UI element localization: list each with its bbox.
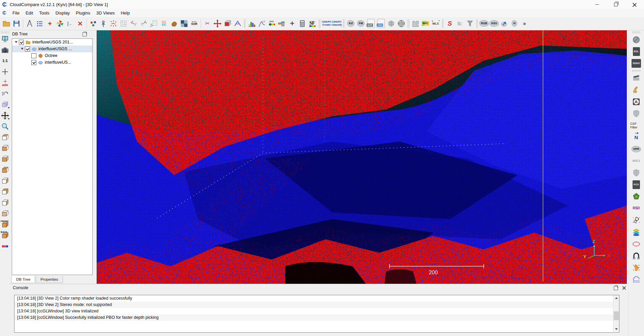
pick-rotation-center-button[interactable] [1,67,9,76]
merge-clouds-button[interactable] [98,18,108,29]
menu-help[interactable]: Help [118,9,133,17]
scroll-down-button[interactable] [613,326,619,332]
view-iso2-button[interactable] [1,198,9,207]
tree-checkbox[interactable] [25,47,30,52]
set-colors-button[interactable] [55,18,65,29]
point-list-picking-button[interactable] [35,18,45,29]
console-close-button[interactable] [622,286,626,290]
plugins-puzzle-button[interactable] [410,18,420,29]
shp-export-button[interactable]: SHP [366,18,376,29]
icp-register-button[interactable]: CCCC [159,18,169,29]
view-iso1-button[interactable] [1,166,9,175]
view-front-button[interactable] [1,144,9,153]
clean-broom-button[interactable] [630,85,642,95]
point-pair-align-button[interactable] [149,18,159,29]
view-top-button[interactable] [1,133,9,142]
save-button[interactable] [11,18,22,29]
canupo-create-button[interactable]: CANUPOCreate [321,18,332,29]
zoom-fit-button[interactable] [1,122,9,131]
zoom-1-1-button[interactable]: 1:1 [1,57,9,65]
db-tree-float-button[interactable] [82,32,87,36]
perspective-button[interactable] [1,100,9,109]
stat-params-button[interactable] [257,18,267,29]
animation-button[interactable] [630,73,642,83]
menu-file[interactable]: File [9,9,23,17]
gears-plugin-button[interactable] [630,215,642,225]
facet-layers-button[interactable] [630,227,642,237]
mesh-delaunay-button[interactable] [169,18,179,29]
facets-dodecahedron-button[interactable] [630,191,642,202]
show-sf-button[interactable] [307,18,317,29]
tree-expander-icon[interactable] [21,48,24,50]
no-filter-button[interactable] [630,35,642,45]
normals-n-button[interactable]: N [630,132,642,142]
clone-button[interactable] [88,18,98,29]
tree-row[interactable]: Octree [12,52,92,59]
console-float-button[interactable] [614,286,618,290]
hpr-button[interactable]: HPR [630,144,642,154]
tree-row[interactable]: interfluveUS... [12,59,92,66]
polyline-tracing-button[interactable]: S [445,18,455,29]
dock-tab-db-tree[interactable]: DB Tree [11,276,35,283]
menu-tools[interactable]: Tools [36,9,52,17]
cross-section-button[interactable] [233,18,243,29]
ransac-shape-detection-button[interactable]: RSD [630,203,642,213]
screenshot-button[interactable] [1,46,9,55]
clipping-box-button[interactable] [223,18,233,29]
menu-display[interactable]: Display [53,9,73,17]
edl-filter-button[interactable]: EDL [630,47,642,57]
segment-scissors-button[interactable]: ✂ [202,18,212,29]
sphere-tool-button[interactable] [386,18,396,29]
pivot-visibility-button[interactable] [1,111,9,120]
dock-tab-properties[interactable]: Properties [36,276,63,283]
primitive-factory-button[interactable]: + [45,18,55,29]
csv-export-button[interactable]: CSV [376,18,386,29]
csf-shield-button[interactable] [630,109,642,119]
histogram-eq-button[interactable]: H [509,18,519,29]
open-button[interactable] [1,18,11,29]
view-back-button[interactable] [1,187,9,196]
rgb-filter-button[interactable]: RGB [479,18,489,29]
view-bottom-button[interactable] [1,209,9,218]
sf-calculator-button[interactable] [297,18,307,29]
minimize-button[interactable] [587,0,606,9]
normals-nc-button[interactable]: N+C [420,18,431,29]
view-front-labeled-button[interactable]: FRONT [1,220,9,229]
console-scrollbar[interactable] [613,295,619,332]
menu-plugins[interactable]: Plugins [73,9,93,17]
scroll-up-button[interactable] [613,295,619,301]
subsample-button[interactable] [108,18,118,29]
tree-checkbox[interactable] [31,60,36,65]
global-shift-button[interactable] [25,18,35,29]
sf-arithmetic-button[interactable]: + [287,18,297,29]
filter-by-value-button[interactable] [277,18,287,29]
delete-button[interactable]: × [75,18,85,29]
auto-pick-center-button[interactable]: auto [1,79,9,87]
histogram-button[interactable] [247,18,257,29]
restore-button[interactable] [606,0,625,9]
sf-gradient-button[interactable] [267,18,277,29]
close-entity-button[interactable]: [← [65,18,75,29]
kd-tree-button[interactable]: Kd [346,18,356,29]
color-levels-button[interactable] [499,18,509,29]
shield2-button[interactable] [630,168,642,178]
hand-picker-button[interactable] [630,263,642,273]
register-fine-button[interactable] [139,18,149,29]
globe-tool-button[interactable] [396,18,406,29]
sor-filter-button[interactable]: SOR [189,18,199,29]
sections-button[interactable]: S: [455,18,465,29]
menu-3d-views[interactable]: 3D Views [93,9,118,17]
toolbar-overflow-button[interactable]: » [519,18,530,29]
compass-plugin-button[interactable] [630,97,642,107]
close-button[interactable] [625,0,644,9]
register-rough-button[interactable] [129,18,139,29]
display-options-button[interactable] [1,35,9,43]
extract-sections-button[interactable] [465,18,475,29]
view-left-button[interactable] [1,155,9,163]
tree-checkbox[interactable] [31,53,36,58]
hoop-plugin-button[interactable] [630,251,642,261]
tree-expander-icon[interactable] [15,41,18,43]
view-back-labeled-button[interactable]: BACK [1,231,9,240]
tree-row[interactable]: interfluveUSGS ... [12,45,92,52]
ssao-filter-button[interactable]: SSAO [630,58,642,68]
